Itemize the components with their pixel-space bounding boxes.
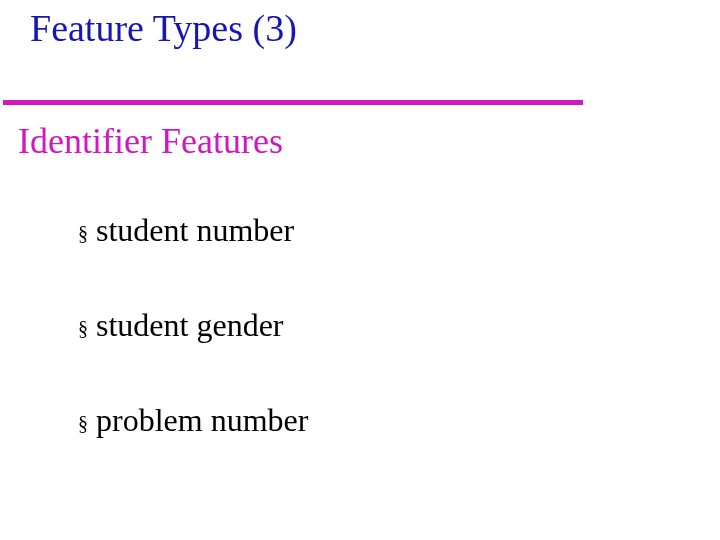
slide-title: Feature Types (3) (30, 6, 297, 50)
slide: Feature Types (3) Identifier Features § … (0, 0, 720, 540)
subtitle: Identifier Features (18, 120, 283, 162)
list-item-text: student number (96, 214, 294, 246)
list-item: § student gender (78, 309, 308, 344)
bullet-icon: § (78, 217, 88, 249)
bullet-icon: § (78, 312, 88, 344)
bullet-list: § student number § student gender § prob… (78, 214, 308, 499)
list-item: § student number (78, 214, 308, 249)
list-item: § problem number (78, 404, 308, 439)
bullet-icon: § (78, 407, 88, 439)
list-item-text: problem number (96, 404, 308, 436)
divider (3, 100, 583, 105)
list-item-text: student gender (96, 309, 284, 341)
